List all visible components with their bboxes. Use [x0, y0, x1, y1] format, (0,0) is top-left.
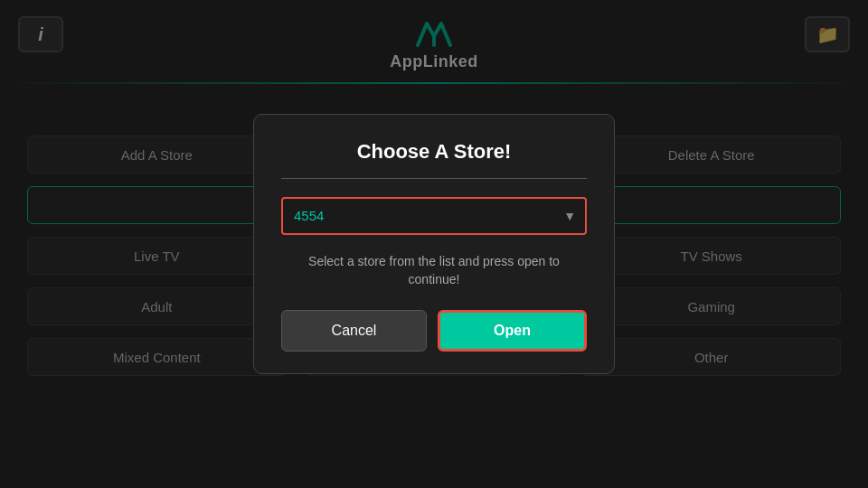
- store-select-wrapper[interactable]: 4554 ▼: [281, 197, 587, 235]
- choose-store-modal: Choose A Store! 4554 ▼ Select a store fr…: [253, 114, 615, 374]
- cancel-button[interactable]: Cancel: [281, 310, 427, 352]
- modal-title: Choose A Store!: [281, 140, 587, 164]
- open-button[interactable]: Open: [438, 310, 587, 352]
- modal-divider: [281, 178, 587, 179]
- modal-info-text: Select a store from the list and press o…: [281, 253, 587, 288]
- store-select[interactable]: 4554: [281, 197, 587, 235]
- modal-buttons: Cancel Open: [281, 310, 587, 352]
- modal-overlay: Choose A Store! 4554 ▼ Select a store fr…: [0, 0, 868, 488]
